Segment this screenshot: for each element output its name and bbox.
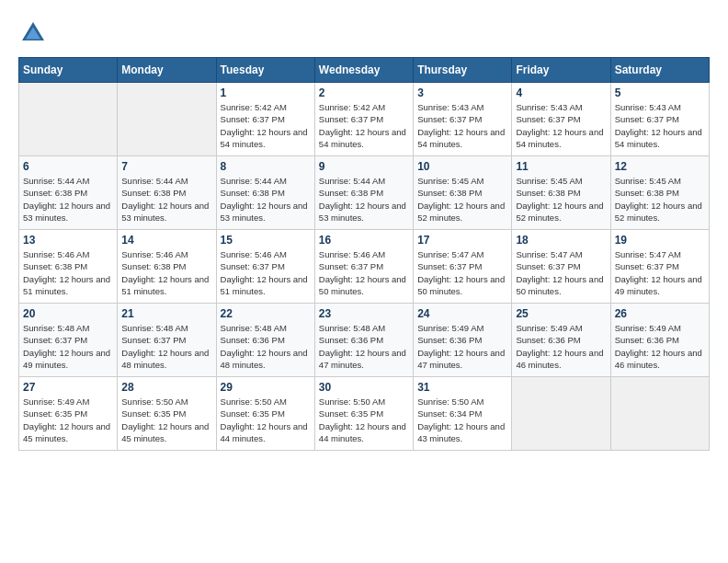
day-cell: 26Sunrise: 5:49 AM Sunset: 6:36 PM Dayli…: [610, 304, 709, 377]
day-number: 15: [221, 234, 311, 247]
logo: [18, 18, 51, 48]
day-number: 23: [319, 307, 409, 320]
day-info: Sunrise: 5:42 AM Sunset: 6:37 PM Dayligh…: [221, 101, 311, 150]
header-thursday: Thursday: [414, 58, 512, 83]
day-info: Sunrise: 5:50 AM Sunset: 6:34 PM Dayligh…: [417, 396, 507, 444]
day-info: Sunrise: 5:49 AM Sunset: 6:35 PM Dayligh…: [23, 396, 113, 444]
day-number: 5: [615, 86, 705, 99]
day-info: Sunrise: 5:46 AM Sunset: 6:37 PM Dayligh…: [319, 248, 409, 297]
day-info: Sunrise: 5:45 AM Sunset: 6:38 PM Dayligh…: [516, 175, 606, 224]
day-info: Sunrise: 5:43 AM Sunset: 6:37 PM Dayligh…: [516, 101, 606, 150]
day-number: 30: [319, 381, 409, 394]
logo-icon: [18, 18, 48, 48]
day-number: 1: [221, 86, 311, 99]
day-cell: 23Sunrise: 5:48 AM Sunset: 6:36 PM Dayli…: [314, 304, 413, 377]
day-number: 11: [516, 160, 606, 173]
day-cell: 10Sunrise: 5:45 AM Sunset: 6:38 PM Dayli…: [414, 156, 512, 230]
day-cell: 3Sunrise: 5:43 AM Sunset: 6:37 PM Daylig…: [414, 83, 512, 156]
day-number: 26: [615, 307, 705, 320]
day-cell: 17Sunrise: 5:47 AM Sunset: 6:37 PM Dayli…: [414, 230, 512, 304]
day-cell: 2Sunrise: 5:42 AM Sunset: 6:37 PM Daylig…: [314, 83, 413, 156]
day-info: Sunrise: 5:44 AM Sunset: 6:38 PM Dayligh…: [23, 175, 113, 224]
day-info: Sunrise: 5:50 AM Sunset: 6:35 PM Dayligh…: [319, 396, 409, 444]
day-cell: 12Sunrise: 5:45 AM Sunset: 6:38 PM Dayli…: [610, 156, 709, 230]
day-cell: 15Sunrise: 5:46 AM Sunset: 6:37 PM Dayli…: [216, 230, 314, 304]
week-row-2: 13Sunrise: 5:46 AM Sunset: 6:38 PM Dayli…: [19, 230, 710, 304]
day-info: Sunrise: 5:49 AM Sunset: 6:36 PM Dayligh…: [417, 322, 507, 371]
day-cell: 31Sunrise: 5:50 AM Sunset: 6:34 PM Dayli…: [414, 377, 512, 451]
day-info: Sunrise: 5:44 AM Sunset: 6:38 PM Dayligh…: [319, 175, 409, 224]
day-info: Sunrise: 5:48 AM Sunset: 6:37 PM Dayligh…: [23, 322, 113, 371]
day-cell: 18Sunrise: 5:47 AM Sunset: 6:37 PM Dayli…: [512, 230, 610, 304]
day-number: 8: [221, 160, 311, 173]
day-info: Sunrise: 5:45 AM Sunset: 6:38 PM Dayligh…: [417, 175, 507, 224]
day-info: Sunrise: 5:46 AM Sunset: 6:38 PM Dayligh…: [23, 248, 113, 297]
day-number: 17: [417, 234, 507, 247]
day-number: 18: [516, 234, 606, 247]
day-cell: 28Sunrise: 5:50 AM Sunset: 6:35 PM Dayli…: [118, 377, 216, 451]
day-cell: [610, 377, 709, 451]
day-number: 3: [417, 86, 507, 99]
day-number: 21: [121, 307, 211, 320]
day-number: 4: [516, 86, 606, 99]
header-tuesday: Tuesday: [216, 58, 314, 83]
day-cell: 1Sunrise: 5:42 AM Sunset: 6:37 PM Daylig…: [216, 83, 314, 156]
day-info: Sunrise: 5:47 AM Sunset: 6:37 PM Dayligh…: [615, 248, 705, 297]
day-cell: 13Sunrise: 5:46 AM Sunset: 6:38 PM Dayli…: [19, 230, 118, 304]
header-monday: Monday: [118, 58, 216, 83]
day-number: 10: [417, 160, 507, 173]
header-friday: Friday: [512, 58, 610, 83]
day-info: Sunrise: 5:48 AM Sunset: 6:37 PM Dayligh…: [121, 322, 211, 371]
calendar-body: 1Sunrise: 5:42 AM Sunset: 6:37 PM Daylig…: [19, 83, 710, 451]
day-info: Sunrise: 5:47 AM Sunset: 6:37 PM Dayligh…: [516, 248, 606, 297]
day-cell: 4Sunrise: 5:43 AM Sunset: 6:37 PM Daylig…: [512, 83, 610, 156]
day-cell: 24Sunrise: 5:49 AM Sunset: 6:36 PM Dayli…: [414, 304, 512, 377]
day-info: Sunrise: 5:42 AM Sunset: 6:37 PM Dayligh…: [319, 101, 409, 150]
week-row-3: 20Sunrise: 5:48 AM Sunset: 6:37 PM Dayli…: [19, 304, 710, 377]
day-number: 29: [221, 381, 311, 394]
day-cell: [512, 377, 610, 451]
day-number: 14: [121, 234, 211, 247]
day-cell: 7Sunrise: 5:44 AM Sunset: 6:38 PM Daylig…: [118, 156, 216, 230]
day-cell: 5Sunrise: 5:43 AM Sunset: 6:37 PM Daylig…: [610, 83, 709, 156]
day-cell: 9Sunrise: 5:44 AM Sunset: 6:38 PM Daylig…: [314, 156, 413, 230]
day-info: Sunrise: 5:44 AM Sunset: 6:38 PM Dayligh…: [121, 175, 211, 224]
day-number: 13: [23, 234, 113, 247]
day-info: Sunrise: 5:45 AM Sunset: 6:38 PM Dayligh…: [615, 175, 705, 224]
day-cell: 6Sunrise: 5:44 AM Sunset: 6:38 PM Daylig…: [19, 156, 118, 230]
header-sunday: Sunday: [19, 58, 118, 83]
day-cell: 11Sunrise: 5:45 AM Sunset: 6:38 PM Dayli…: [512, 156, 610, 230]
day-number: 31: [417, 381, 507, 394]
day-info: Sunrise: 5:47 AM Sunset: 6:37 PM Dayligh…: [417, 248, 507, 297]
day-number: 6: [23, 160, 113, 173]
day-cell: 27Sunrise: 5:49 AM Sunset: 6:35 PM Dayli…: [19, 377, 118, 451]
day-cell: [118, 83, 216, 156]
day-cell: 19Sunrise: 5:47 AM Sunset: 6:37 PM Dayli…: [610, 230, 709, 304]
page-header: [18, 18, 710, 48]
day-number: 12: [615, 160, 705, 173]
day-info: Sunrise: 5:46 AM Sunset: 6:37 PM Dayligh…: [221, 248, 311, 297]
calendar-table: SundayMondayTuesdayWednesdayThursdayFrid…: [18, 57, 710, 451]
calendar-header: SundayMondayTuesdayWednesdayThursdayFrid…: [19, 58, 710, 83]
day-number: 27: [23, 381, 113, 394]
day-info: Sunrise: 5:46 AM Sunset: 6:38 PM Dayligh…: [121, 248, 211, 297]
day-cell: [19, 83, 118, 156]
day-number: 20: [23, 307, 113, 320]
day-cell: 29Sunrise: 5:50 AM Sunset: 6:35 PM Dayli…: [216, 377, 314, 451]
day-info: Sunrise: 5:43 AM Sunset: 6:37 PM Dayligh…: [417, 101, 507, 150]
day-cell: 25Sunrise: 5:49 AM Sunset: 6:36 PM Dayli…: [512, 304, 610, 377]
day-number: 19: [615, 234, 705, 247]
day-cell: 8Sunrise: 5:44 AM Sunset: 6:38 PM Daylig…: [216, 156, 314, 230]
day-info: Sunrise: 5:50 AM Sunset: 6:35 PM Dayligh…: [221, 396, 311, 444]
week-row-0: 1Sunrise: 5:42 AM Sunset: 6:37 PM Daylig…: [19, 83, 710, 156]
day-info: Sunrise: 5:49 AM Sunset: 6:36 PM Dayligh…: [516, 322, 606, 371]
day-cell: 22Sunrise: 5:48 AM Sunset: 6:36 PM Dayli…: [216, 304, 314, 377]
day-number: 16: [319, 234, 409, 247]
day-info: Sunrise: 5:43 AM Sunset: 6:37 PM Dayligh…: [615, 101, 705, 150]
day-number: 7: [121, 160, 211, 173]
day-info: Sunrise: 5:49 AM Sunset: 6:36 PM Dayligh…: [615, 322, 705, 371]
day-number: 24: [417, 307, 507, 320]
day-number: 2: [319, 86, 409, 99]
day-number: 9: [319, 160, 409, 173]
day-number: 25: [516, 307, 606, 320]
